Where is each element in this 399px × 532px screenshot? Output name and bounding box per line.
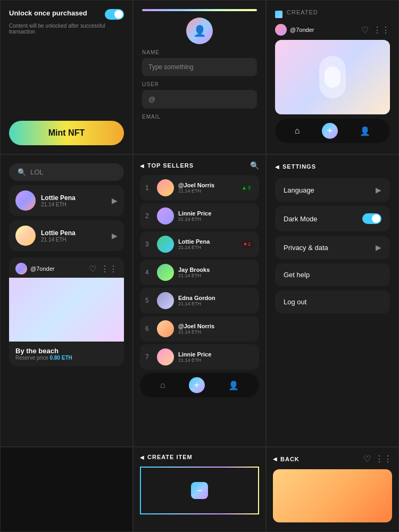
seller-info-7: Linnie Price 21.14 ETH [178,351,254,363]
back-title: BACK [280,456,300,462]
profile-icon-sellers[interactable]: 👤 [228,380,239,390]
nft-card-header: @7onder ♡ ⋮⋮ [9,257,124,278]
seller-name-3: Lottie Pena [178,238,236,245]
seller-eth-1: 21.14 ETH [178,188,235,194]
user-label: USER [142,81,257,87]
darkmode-toggle[interactable] [362,213,381,224]
settings-header: ◀ SETTINGS [275,163,390,170]
price-value: 0.80 ETH [49,355,72,361]
nft-card-image [9,278,124,342]
seller-rank-4: 4 [145,269,153,276]
seller-info-2: Linnie Price 21.14 ETH [178,210,254,222]
seller-item-3[interactable]: 3 Lottie Pena 21.14 ETH ♥ 2 [140,231,259,257]
search-icon-sellers[interactable]: 🔍 [250,161,259,170]
nft-card-avatar [15,263,27,275]
seller-avatar-6 [157,320,174,337]
user-input-wrapper[interactable]: @ [142,90,257,109]
create-plus-icon: − [191,482,208,499]
plus-button-sellers[interactable]: + [189,377,205,393]
mint-nft-button[interactable]: Mint NFT [9,121,124,145]
search-list-panel: 🔍 LOL Lottie Pena 21.14 ETH ▶ Lottie Pen… [0,154,133,447]
username-label: @7onder [290,27,314,33]
created-nft-image [275,40,390,114]
privacy-arrow-icon: ▶ [376,243,381,252]
seller-info-3: Lottie Pena 21.14 ETH [178,238,236,250]
nft-card: @7onder ♡ ⋮⋮ By the beach Reserve price … [9,257,124,366]
more-icon[interactable]: ⋮⋮ [373,25,390,35]
home-icon[interactable]: ⌂ [295,126,300,136]
list-item-left: Lottie Pena 21.14 ETH [15,190,76,211]
settings-darkmode-label: Dark Mode [284,215,318,223]
settings-language[interactable]: Language ▶ [275,178,390,202]
at-icon: @ [148,95,155,103]
nft-title: By the beach [15,347,118,355]
settings-help[interactable]: Get help [275,263,390,286]
seller-item-4[interactable]: 4 Jay Brooks 21.14 ETH [140,260,259,285]
nft-card-footer: By the beach Reserve price 0.80 ETH [9,342,124,366]
settings-privacy-label: Privacy & data [284,244,328,252]
back-arrow-icon[interactable]: ◀ [140,163,144,169]
settings-back-icon[interactable]: ◀ [275,164,279,170]
user-input[interactable] [160,96,251,103]
seller-name-1: @Joel Norris [178,182,235,188]
created-icons: ♡ ⋮⋮ [361,25,390,35]
list-avatar-2 [15,226,36,246]
settings-language-label: Language [284,186,314,194]
list-eth-1: 21.14 ETH [41,202,76,207]
seller-eth-4: 21.14 ETH [178,273,254,278]
nft-heart-icon[interactable]: ♡ [89,264,96,274]
seller-item-6[interactable]: 6 @Joel Norris 21.14 ETH [140,316,259,342]
back-more-icon[interactable]: ⋮⋮ [375,454,392,464]
nft-more-icon[interactable]: ⋮⋮ [101,264,118,274]
bottom-left-panel [0,447,133,532]
bottom-nav-sellers: ⌂ + 👤 [140,373,259,397]
back-panel: ◀ BACK ♡ ⋮⋮ [266,447,399,532]
name-label: NAME [142,49,257,55]
seller-info-4: Jay Brooks 21.14 ETH [178,267,254,278]
seller-item-5[interactable]: 5 Edna Gordon 21.14 ETH [140,288,259,313]
profile-form-panel: 👤 NAME Type something USER @ EMAIL [133,0,266,154]
settings-darkmode[interactable]: Dark Mode [275,206,390,231]
seller-rank-6: 6 [145,325,153,332]
list-item[interactable]: Lottie Pena 21.14 ETH ▶ [9,185,124,216]
seller-item-1[interactable]: 1 @Joel Norris 21.14 ETH ▲ 3 [140,175,259,201]
seller-avatar-7 [157,348,174,365]
seller-badge-1: ▲ 3 [239,184,254,192]
top-sellers-panel: ◀ TOP SELLERS 🔍 1 @Joel Norris 21.14 ETH… [133,154,266,447]
unlock-toggle[interactable] [105,9,124,20]
settings-help-label: Get help [284,271,310,279]
search-icon: 🔍 [18,168,26,176]
heart-icon[interactable]: ♡ [361,25,369,35]
back-icon[interactable]: ◀ [273,456,277,462]
name-form-group: NAME Type something [142,49,257,76]
settings-logout[interactable]: Log out [275,290,390,313]
seller-info-5: Edna Gordon 21.14 ETH [178,295,254,306]
profile-icon[interactable]: 👤 [360,126,370,136]
seller-name-4: Jay Brooks [178,267,254,273]
create-dropzone[interactable]: − [140,467,259,514]
created-label: Created [287,9,318,15]
seller-info-6: @Joel Norris 21.14 ETH [178,323,254,335]
plus-button[interactable]: + [322,123,338,139]
name-input[interactable]: Type something [142,58,257,76]
seller-item-7[interactable]: 7 Linnie Price 21.14 ETH [140,344,259,370]
search-bar[interactable]: 🔍 LOL [9,163,124,181]
nft-card-icons: ♡ ⋮⋮ [89,264,118,274]
settings-privacy[interactable]: Privacy & data ▶ [275,236,390,259]
back-icons: ♡ ⋮⋮ [363,454,392,464]
seller-item-2[interactable]: 2 Linnie Price 21.14 ETH [140,203,259,229]
settings-logout-label: Log out [284,298,306,306]
seller-rank-1: 1 [145,184,153,192]
back-heart-icon[interactable]: ♡ [363,454,371,464]
settings-title: SETTINGS [282,163,316,170]
list-item-2[interactable]: Lottie Pena 21.14 ETH ▶ [9,220,124,251]
seller-avatar-2 [157,207,174,225]
create-back-icon[interactable]: ◀ [140,454,144,460]
home-icon-sellers[interactable]: ⌂ [160,380,165,390]
unlock-desc: Content will be unlocked after successfu… [9,23,124,35]
back-header: ◀ BACK ♡ ⋮⋮ [273,454,392,464]
search-text: LOL [30,168,115,176]
seller-rank-7: 7 [145,353,153,361]
list-name-2: Lottie Pena [41,229,76,237]
back-nft-image [273,469,392,522]
